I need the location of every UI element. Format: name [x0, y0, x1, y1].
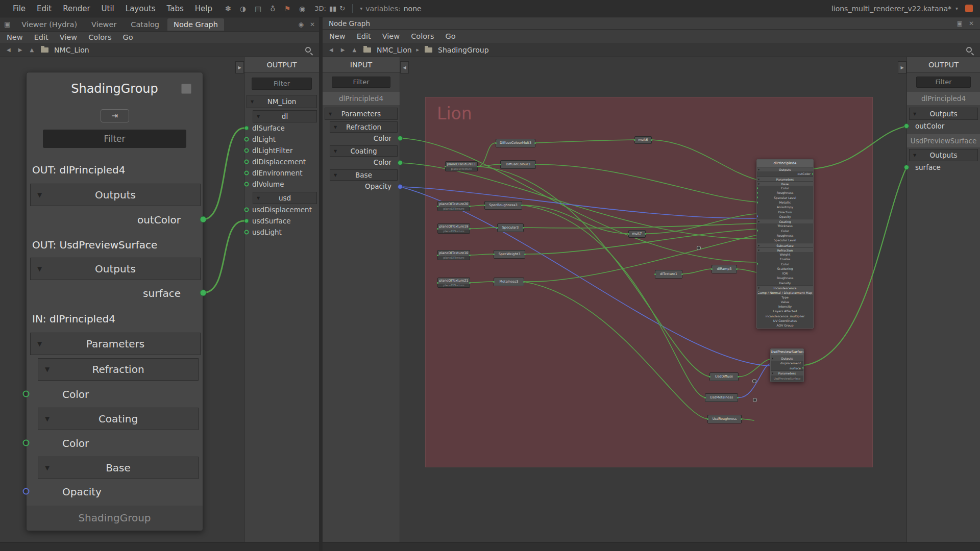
port-dldisplacement[interactable]: dlDisplacement [244, 156, 319, 167]
nav-up-icon[interactable]: ▲ [351, 46, 358, 54]
flag-icon[interactable]: ⚑ [284, 5, 290, 13]
nav-forward-icon[interactable]: ▶ [339, 46, 347, 54]
close-icon[interactable]: ✕ [310, 21, 315, 28]
input-filter-input[interactable]: Filter [332, 77, 390, 88]
node-filter-input[interactable]: Filter [43, 130, 186, 148]
menu-view[interactable]: View [60, 33, 77, 41]
nav-back-icon[interactable]: ◀ [328, 46, 335, 54]
outputs-group-1[interactable]: ▼Outputs [30, 184, 201, 206]
render-status-indicator[interactable] [965, 5, 973, 12]
menu-layouts[interactable]: Layouts [120, 4, 161, 13]
nav-forward-icon[interactable]: ▶ [17, 46, 24, 54]
breadcrumb-root[interactable]: NMC_Lion [377, 46, 411, 54]
opacity-port-row[interactable]: Opacity [27, 481, 203, 503]
pane-menu-icon[interactable]: ▣ [4, 20, 10, 28]
coating-group[interactable]: ▼Coating [38, 408, 199, 430]
menu-colors[interactable]: Colors [88, 33, 111, 41]
menu-edit[interactable]: Edit [357, 32, 371, 40]
output-filter-input[interactable]: Filter [916, 77, 971, 88]
group-dl[interactable]: ▼dl [253, 110, 317, 122]
collapse-output-panel-button[interactable]: ▶ [235, 61, 244, 73]
menu-colors[interactable]: Colors [411, 32, 434, 40]
menu-new[interactable]: New [7, 33, 23, 41]
refresh-icon[interactable]: ↻ [339, 5, 345, 12]
base-group[interactable]: ▼Base [38, 457, 199, 479]
surface-port-row[interactable]: surface [27, 282, 203, 305]
group-outputs-2[interactable]: ▼Outputs [909, 149, 978, 161]
search-icon[interactable] [966, 47, 972, 53]
pause-icon[interactable]: ▮▮ [329, 5, 336, 12]
selected-node-usdpreviewsurface[interactable]: UsdPreviewSurface [907, 134, 980, 147]
refraction-group[interactable]: ▼Refraction [38, 358, 199, 381]
selected-node-dlprincipled4[interactable]: dlPrincipled4 [323, 92, 400, 105]
panel-splitter[interactable] [319, 17, 323, 551]
close-icon[interactable]: ✕ [969, 20, 974, 27]
breadcrumb-root[interactable]: NMC_Lion [54, 46, 89, 54]
refraction-color-port-row[interactable]: Color [27, 383, 203, 406]
menu-go[interactable]: Go [123, 33, 133, 41]
menu-tabs[interactable]: Tabs [161, 4, 189, 13]
port-usdsurface[interactable]: usdSurface [244, 215, 319, 227]
settings-icon[interactable]: ✽ [225, 5, 231, 13]
node-color-swatch[interactable] [181, 84, 191, 94]
group-refraction[interactable]: ▼Refraction [330, 121, 398, 133]
outcolor-port-row[interactable]: outColor [907, 120, 980, 132]
coating-color-port-row[interactable]: Color [323, 157, 400, 168]
contrast-icon[interactable]: ◑ [240, 5, 246, 13]
menu-edit[interactable]: Edit [34, 33, 48, 41]
tab-viewer-hydra[interactable]: Viewer (Hydra) [15, 18, 83, 31]
group-coating[interactable]: ▼Coating [330, 145, 398, 157]
menu-help[interactable]: Help [189, 4, 218, 13]
collapse-input-panel-button[interactable]: ◀ [400, 61, 409, 73]
outputs-group-2[interactable]: ▼Outputs [30, 258, 201, 280]
output-filter-input[interactable]: Filter [252, 78, 312, 90]
breadcrumb-child[interactable]: ShadingGroup [438, 46, 489, 54]
snapshot-icon[interactable]: ▤ [255, 5, 261, 13]
menu-render[interactable]: Render [57, 4, 95, 13]
port-usdlight[interactable]: usdLight [244, 227, 319, 238]
group-usd[interactable]: ▼usd [253, 192, 317, 204]
outcolor-port-row[interactable]: outColor [27, 209, 203, 231]
record-icon[interactable]: ◉ [299, 5, 305, 13]
parameters-group[interactable]: ▼Parameters [30, 333, 201, 355]
pin-icon[interactable]: ◉ [298, 21, 303, 28]
menu-util[interactable]: Util [96, 4, 120, 13]
search-icon[interactable] [305, 47, 311, 53]
opacity-port-row[interactable]: Opacity [323, 181, 400, 192]
port-dlenvironment[interactable]: dlEnvironment [244, 167, 319, 179]
menu-go[interactable]: Go [446, 32, 456, 40]
coating-color-port-row[interactable]: Color [27, 432, 203, 455]
selected-node-dlprincipled4[interactable]: dlPrincipled4 [907, 92, 980, 105]
surface-port-row[interactable]: surface [907, 161, 980, 173]
collapse-right-output-panel-button[interactable]: ▶ [898, 61, 906, 73]
group-outputs-1[interactable]: ▼Outputs [909, 108, 978, 120]
group-nm-lion[interactable]: ▼NM_Lion [247, 95, 317, 108]
right-pane-titlebar[interactable]: Node Graph ▣ ✕ [323, 17, 980, 30]
group-parameters[interactable]: ▼Parameters [325, 108, 398, 120]
port-dlsurface[interactable]: dlSurface [244, 122, 319, 134]
port-dlvolume[interactable]: dlVolume [244, 179, 319, 190]
port-dllightfilter[interactable]: dlLightFilter [244, 145, 319, 156]
float-pane-icon[interactable]: ▣ [957, 20, 963, 27]
nav-back-icon[interactable]: ◀ [5, 46, 12, 54]
menu-new[interactable]: New [329, 32, 346, 40]
menu-view[interactable]: View [382, 32, 400, 40]
menu-file[interactable]: File [7, 4, 31, 13]
project-file-menu[interactable]: lions_multi_renderer_v22.katana* ▾ [831, 5, 958, 13]
enter-group-button[interactable]: ⇥ [101, 109, 129, 122]
group-base[interactable]: ▼Base [330, 169, 398, 181]
tab-viewer[interactable]: Viewer [85, 18, 122, 31]
backdrop-lion[interactable]: Lion [425, 97, 873, 467]
tab-catalog[interactable]: Catalog [125, 18, 165, 31]
port-dllight[interactable]: dlLight [244, 134, 319, 145]
shading-group-node[interactable]: ShadingGroup ⇥ Filter OUT: dlPrincipled4… [26, 72, 203, 531]
variables-widget[interactable]: ▾ variables: none [360, 5, 421, 13]
menu-edit[interactable]: Edit [31, 4, 57, 13]
tab-node-graph[interactable]: Node Graph [167, 18, 224, 31]
nav-up-icon[interactable]: ▲ [28, 46, 35, 54]
chevron-down-icon: ▾ [955, 6, 958, 11]
science-icon[interactable]: ♁ [270, 5, 275, 13]
refraction-color-port-row[interactable]: Color [323, 133, 400, 144]
port-usddisplacement[interactable]: usdDisplacement [244, 204, 319, 215]
triangle-down-icon: ▼ [45, 366, 50, 373]
